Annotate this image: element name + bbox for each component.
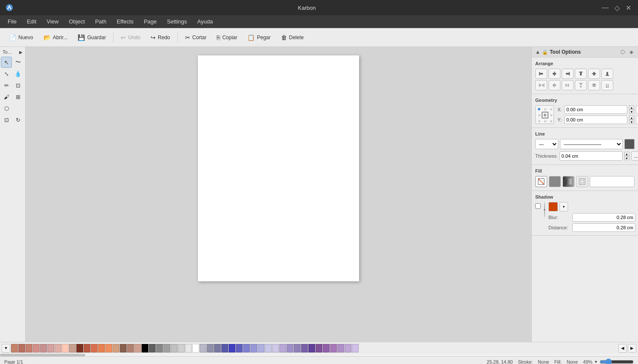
geo-dot-bc[interactable] — [544, 120, 546, 122]
thickness-down[interactable]: ▼ — [624, 156, 629, 160]
geo-y2-input[interactable] — [636, 116, 638, 124]
menu-object[interactable]: Object — [64, 17, 89, 26]
palette-color-swatch[interactable] — [308, 344, 315, 352]
align-middle-v-button[interactable] — [588, 69, 600, 79]
undo-button[interactable]: ↩ Undo — [116, 32, 145, 43]
panel-collapse-icon[interactable]: ▲ — [535, 49, 540, 55]
palette-color-swatch[interactable] — [236, 344, 243, 352]
menu-effects[interactable]: Effects — [113, 17, 138, 26]
grid-tool-button[interactable]: ⊞ — [12, 91, 23, 102]
paste-button[interactable]: 📋 Pegar — [243, 32, 275, 43]
shadow-color-dropdown[interactable]: ▼ — [560, 202, 568, 211]
crop-tool-button[interactable]: ⊡ — [1, 114, 12, 125]
line-end-start-select[interactable]: — → ◀ — [535, 139, 558, 149]
fill-none-button[interactable] — [535, 176, 547, 187]
palette-color-swatch[interactable] — [200, 344, 206, 352]
menu-path[interactable]: Path — [91, 17, 111, 26]
thickness-input[interactable] — [560, 151, 623, 161]
zoom-slider[interactable] — [600, 358, 634, 364]
palette-color-swatch[interactable] — [18, 344, 25, 352]
palette-color-swatch[interactable] — [265, 344, 272, 352]
palette-color-swatch[interactable] — [98, 344, 105, 352]
menu-edit[interactable]: Edit — [23, 17, 41, 26]
minimize-button[interactable]: — — [600, 4, 610, 12]
geometry-widget[interactable] — [535, 105, 554, 124]
palette-color-swatch[interactable] — [91, 344, 98, 352]
palette-color-swatch[interactable] — [163, 344, 170, 352]
palette-color-swatch[interactable] — [243, 344, 250, 352]
open-button[interactable]: 📂 Abrir... — [39, 32, 72, 43]
palette-color-swatch[interactable] — [316, 344, 322, 352]
palette-color-swatch[interactable] — [69, 344, 76, 352]
palette-color-swatch[interactable] — [301, 344, 308, 352]
palette-color-swatch[interactable] — [178, 344, 185, 352]
maximize-button[interactable]: ◇ — [613, 4, 621, 12]
menu-ayuda[interactable]: Ayuda — [193, 17, 218, 26]
sprite-tool-button[interactable]: ⊡ — [12, 80, 23, 91]
palette-color-swatch[interactable] — [258, 344, 264, 352]
palette-color-swatch[interactable] — [113, 344, 119, 352]
shadow-angle-wheel[interactable] — [544, 202, 545, 217]
palette-color-swatch[interactable] — [352, 344, 359, 352]
geo-dot-tr[interactable] — [550, 108, 552, 110]
shadow-enable-checkbox[interactable] — [535, 203, 541, 209]
fill-solid-button[interactable] — [549, 176, 561, 187]
palette-color-swatch[interactable] — [127, 344, 134, 352]
transform-tool-button[interactable]: ⤡ — [1, 68, 12, 79]
geo-center-box[interactable] — [542, 112, 548, 118]
dist-center-h-button[interactable] — [548, 80, 560, 90]
palette-color-swatch[interactable] — [40, 344, 47, 352]
align-right-button[interactable] — [562, 69, 574, 79]
menu-view[interactable]: View — [42, 17, 63, 26]
palette-color-swatch[interactable] — [149, 344, 156, 352]
tools-expand-icon[interactable]: ▶ — [19, 50, 23, 55]
palette-arrow-prev[interactable]: ◀ — [618, 344, 627, 352]
rotate-tool-button[interactable]: ↻ — [12, 114, 23, 125]
palette-color-swatch[interactable] — [345, 344, 351, 352]
palette-color-swatch[interactable] — [250, 344, 257, 352]
dist-top-button[interactable] — [575, 80, 587, 90]
palette-scrollbar[interactable] — [0, 354, 638, 356]
palette-scrollbar-thumb[interactable] — [0, 354, 85, 356]
freehand-tool-button[interactable]: 〜 — [12, 57, 23, 68]
polygon-tool-button[interactable]: ⬡ — [1, 103, 12, 114]
dist-middle-v-button[interactable] — [588, 80, 600, 90]
palette-arrow-next[interactable]: ▶ — [628, 344, 636, 352]
palette-color-swatch[interactable] — [33, 344, 40, 352]
cut-button[interactable]: ✂ Cortar — [180, 32, 211, 43]
window-controls[interactable]: — ◇ ✕ — [600, 4, 633, 12]
menu-file[interactable]: File — [3, 17, 21, 26]
shadow-color-box[interactable] — [548, 202, 558, 211]
palette-color-swatch[interactable] — [134, 344, 141, 352]
shadow-distance-input[interactable] — [572, 223, 635, 232]
geo-y1-input[interactable] — [564, 116, 627, 124]
dist-left-button[interactable] — [535, 80, 547, 90]
align-top-button[interactable] — [575, 69, 587, 79]
geo-dot-mr[interactable] — [550, 114, 552, 116]
palette-color-swatch[interactable] — [11, 344, 18, 352]
palette-color-swatch[interactable] — [221, 344, 228, 352]
geo-dot-tl[interactable] — [538, 108, 540, 110]
pencil-tool-button[interactable]: ✏ — [1, 80, 12, 91]
palette-color-swatch[interactable] — [192, 344, 199, 352]
panel-more-icon[interactable]: ◈ — [628, 49, 635, 55]
dist-right-button[interactable] — [562, 80, 574, 90]
palette-color-swatch[interactable] — [294, 344, 301, 352]
select-tool-button[interactable]: ↖ — [1, 57, 12, 68]
panel-external-icon[interactable]: ⬡ — [619, 49, 626, 55]
geo-dot-tc[interactable] — [544, 108, 546, 110]
geo-y1-down[interactable]: ▼ — [629, 120, 634, 124]
palette-color-swatch[interactable] — [120, 344, 127, 352]
align-center-h-button[interactable] — [548, 69, 560, 79]
palette-color-swatch[interactable] — [84, 344, 90, 352]
fill-pattern-button[interactable] — [576, 176, 588, 187]
palette-color-swatch[interactable] — [287, 344, 293, 352]
palette-color-swatch[interactable] — [142, 344, 148, 352]
geo-x1-down[interactable]: ▼ — [629, 110, 634, 114]
geo-y1-up[interactable]: ▲ — [629, 116, 634, 120]
redo-button[interactable]: ↪ Redo — [146, 32, 175, 43]
save-button[interactable]: 💾 Guardar — [73, 32, 110, 43]
fill-gradient-button[interactable] — [563, 176, 574, 187]
palette-color-swatch[interactable] — [105, 344, 112, 352]
delete-button[interactable]: 🗑 Delete — [276, 32, 309, 43]
